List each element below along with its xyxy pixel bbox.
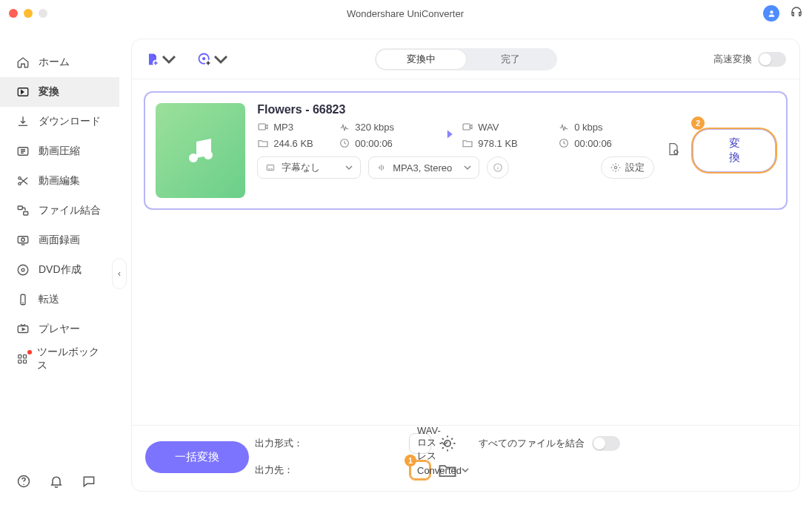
svg-point-8 xyxy=(18,265,28,275)
src-size: 244.6 KB xyxy=(273,138,313,149)
sidebar-item-label: プレヤー xyxy=(39,323,80,336)
svg-rect-5 xyxy=(24,212,28,216)
svg-rect-4 xyxy=(18,206,22,210)
chevron-down-icon xyxy=(462,465,469,476)
feedback-button[interactable] xyxy=(81,474,96,489)
output-format-dropdown[interactable]: WAV-ロスレス xyxy=(409,433,431,454)
sidebar-item-transfer[interactable]: 転送 xyxy=(0,285,119,314)
app-title: Wondershare UniConverter xyxy=(47,8,763,19)
svg-rect-6 xyxy=(18,237,28,243)
sidebar-item-label: ダウンロード xyxy=(39,115,101,128)
info-button[interactable] xyxy=(487,156,509,179)
output-settings-button[interactable] xyxy=(666,142,681,159)
svg-point-7 xyxy=(21,238,25,242)
annotation-badge-2: 2 xyxy=(691,116,705,130)
download-icon xyxy=(16,115,30,128)
chevron-left-icon: ‹ xyxy=(118,268,121,279)
svg-point-9 xyxy=(21,268,24,271)
output-format-label: 出力形式： xyxy=(255,437,403,450)
sidebar-item-label: 動画圧縮 xyxy=(39,145,80,158)
merge-label: すべてのファイルを結合 xyxy=(479,437,585,450)
add-disc-button[interactable] xyxy=(197,52,228,67)
sidebar-item-record[interactable]: 画面録画 xyxy=(0,225,119,255)
bitrate-icon xyxy=(339,121,350,133)
headset-icon xyxy=(790,5,803,19)
sidebar-item-label: ツールボックス xyxy=(37,346,103,372)
support-button[interactable] xyxy=(790,5,803,22)
notifications-button[interactable] xyxy=(49,474,64,489)
folder-icon xyxy=(257,137,269,149)
clock-icon xyxy=(558,137,570,149)
sidebar-item-compress[interactable]: 動画圧縮 xyxy=(0,136,119,166)
zoom-window-icon[interactable] xyxy=(39,9,47,18)
sidebar-item-merge[interactable]: ファイル結合 xyxy=(0,196,119,225)
account-avatar[interactable] xyxy=(763,5,779,22)
file-add-icon xyxy=(145,52,160,67)
sidebar-item-label: ファイル結合 xyxy=(39,204,101,217)
sidebar-item-convert[interactable]: 変換 xyxy=(0,77,119,107)
high-speed-toggle[interactable] xyxy=(758,52,786,67)
tab-done[interactable]: 完了 xyxy=(466,50,556,69)
user-icon xyxy=(767,9,776,19)
subtitle-icon xyxy=(265,162,276,173)
disc-add-icon xyxy=(197,52,212,67)
svg-rect-25 xyxy=(463,124,470,130)
sidebar-item-label: 画面録画 xyxy=(39,234,80,247)
svg-point-30 xyxy=(614,166,617,169)
svg-point-3 xyxy=(19,182,21,185)
svg-point-2 xyxy=(19,177,21,179)
output-dest-label: 出力先： xyxy=(255,463,403,477)
audio-track-dropdown[interactable]: MPA3, Stereo xyxy=(368,156,479,179)
status-tabs: 変換中 完了 xyxy=(375,48,557,70)
src-format: MP3 xyxy=(273,122,293,133)
settings-button[interactable]: 設定 xyxy=(601,156,654,179)
video-icon xyxy=(462,121,473,133)
sidebar-item-edit[interactable]: 動画編集 xyxy=(0,166,119,196)
annotation-badge-1: 1 xyxy=(405,455,416,466)
high-speed-label: 高速変換 xyxy=(713,53,752,66)
add-file-button[interactable] xyxy=(145,52,176,67)
minimize-window-icon[interactable] xyxy=(24,9,33,18)
file-item[interactable]: Flowers - 66823 MP3 320 kbps xyxy=(144,91,788,210)
format-settings-button[interactable] xyxy=(437,433,458,454)
merge-toggle[interactable] xyxy=(592,436,620,451)
phone-icon xyxy=(16,293,30,306)
sidebar-item-download[interactable]: ダウンロード xyxy=(0,107,119,136)
apps-icon xyxy=(16,352,28,366)
window-controls[interactable] xyxy=(9,9,47,18)
scissors-icon xyxy=(16,174,30,188)
waveform-icon xyxy=(376,162,387,173)
svg-point-32 xyxy=(445,440,450,446)
home-icon xyxy=(16,56,30,69)
dst-bitrate: 0 kbps xyxy=(574,122,602,133)
sidebar-item-toolbox[interactable]: ツールボックス xyxy=(0,344,119,374)
info-icon xyxy=(493,162,503,173)
sidebar-item-dvd[interactable]: DVD作成 xyxy=(0,255,119,285)
arrow-right-icon xyxy=(435,128,456,141)
sidebar-item-home[interactable]: ホーム xyxy=(0,47,119,77)
convert-button[interactable]: 変換 xyxy=(693,129,776,172)
src-bitrate: 320 kbps xyxy=(355,122,394,133)
dst-format: WAV xyxy=(478,122,499,133)
help-button[interactable] xyxy=(16,474,31,489)
svg-rect-28 xyxy=(267,165,274,171)
close-window-icon[interactable] xyxy=(9,9,18,18)
chevron-down-icon xyxy=(345,162,353,174)
file-gear-icon xyxy=(666,142,681,156)
svg-point-20 xyxy=(202,57,205,60)
subtitle-dropdown[interactable]: 字幕なし xyxy=(257,156,361,179)
batch-convert-button[interactable]: 一括変換 xyxy=(145,441,249,473)
dst-duration: 00:00:06 xyxy=(574,138,612,149)
sidebar-item-player[interactable]: プレヤー xyxy=(0,314,119,344)
settings-label: 設定 xyxy=(625,161,645,174)
dst-size: 978.1 KB xyxy=(478,138,518,149)
sidebar-collapse-button[interactable]: ‹ xyxy=(112,258,127,289)
file-title: Flowers - 66823 xyxy=(257,103,654,116)
disc-icon xyxy=(16,263,30,277)
svg-point-23 xyxy=(204,151,213,159)
tab-converting[interactable]: 変換中 xyxy=(376,50,466,69)
bitrate-icon xyxy=(558,121,570,133)
svg-rect-13 xyxy=(24,355,27,358)
file-thumbnail xyxy=(156,103,245,198)
svg-rect-14 xyxy=(19,360,21,363)
